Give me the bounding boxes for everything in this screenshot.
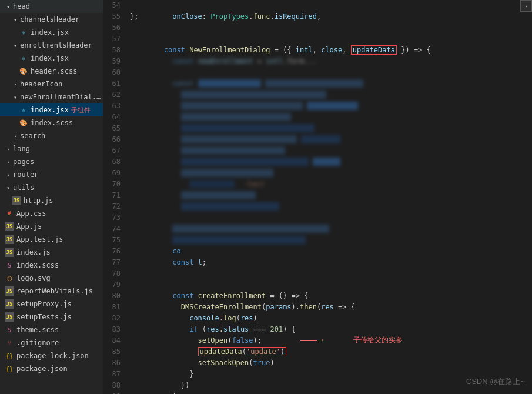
sidebar-item-enrollmentsheader-index[interactable]: ⚛ index.jsx <box>0 52 103 65</box>
sidebar-item-router[interactable]: › router <box>0 168 103 181</box>
chevron-right-icon: › <box>12 132 19 139</box>
code-line-59 <box>130 56 532 67</box>
sidebar-item-setuptests[interactable]: JS setupTests.js <box>0 310 103 323</box>
code-area: › 54 55 56 57 58 59 60 61 62 63 64 65 66… <box>103 0 532 394</box>
sidebar-item-logo-svg[interactable]: ⬡ logo.svg <box>0 272 103 285</box>
code-line-63 <box>130 101 532 112</box>
sidebar-item-utils[interactable]: ▾ utils <box>0 181 103 194</box>
code-line-62 <box>130 89 532 101</box>
js-icon: JS <box>5 248 14 257</box>
code-editor: › 54 55 56 57 58 59 60 61 62 63 64 65 66… <box>103 0 532 394</box>
code-line-76: const l; <box>130 246 532 257</box>
sidebar-item-headericon[interactable]: › headerIcon <box>0 78 103 91</box>
code-line-68 <box>130 156 532 168</box>
js-icon: JS <box>5 222 14 231</box>
code-line-61 <box>130 78 532 89</box>
sidebar-item-package-json[interactable]: {} package.json <box>0 362 103 375</box>
json-icon: {} <box>5 364 14 373</box>
code-line-82: if (res.status === 201) { <box>130 313 532 324</box>
line-numbers: 54 55 56 57 58 59 60 61 62 63 64 65 66 6… <box>103 0 125 394</box>
arrow-right-icon: ——→ <box>300 335 325 346</box>
code-line-86: } <box>130 358 532 369</box>
code-line-73 <box>130 212 532 223</box>
js-icon: JS <box>12 196 21 205</box>
css-icon: # <box>5 209 14 218</box>
code-line-64 <box>130 112 532 123</box>
svg-icon: ⬡ <box>5 273 14 283</box>
code-line-77 <box>130 257 532 268</box>
jsx-icon: ⚛ <box>19 105 28 115</box>
code-line-78 <box>130 268 532 279</box>
scss-icon: S <box>5 261 14 270</box>
sidebar-item-app-test[interactable]: JS App.test.js <box>0 233 103 246</box>
code-line-75: co <box>130 235 532 246</box>
sidebar-item-index-js[interactable]: JS index.js <box>0 246 103 259</box>
watermark: CSDN @在路上~ <box>466 376 525 387</box>
sidebar-item-newenrollment-index[interactable]: ⚛ index.jsx 子组件 <box>0 103 103 116</box>
js-icon: JS <box>5 286 14 296</box>
code-line-69: -lsc) <box>130 168 532 179</box>
scss-icon: 🎨 <box>19 118 28 128</box>
js-icon: JS <box>5 299 14 309</box>
jsx-icon: ⚛ <box>19 54 28 63</box>
sidebar-item-enrollmentsheader-header-scss[interactable]: 🎨 header.scss <box>0 65 103 78</box>
sidebar-item-index-scss[interactable]: S index.scss <box>0 259 103 272</box>
code-line-85: setSnackOpen(true) <box>130 346 532 358</box>
chevron-down-icon: ▾ <box>12 42 19 49</box>
code-line-80: DMSCreateEnrollment(params).then(res => … <box>130 291 532 302</box>
sidebar-item-setupproxy[interactable]: JS setupProxy.js <box>0 298 103 310</box>
chevron-right-icon: › <box>5 158 12 165</box>
code-content[interactable]: onClose: PropTypes.func.isRequired, }; c… <box>125 0 532 394</box>
code-line-84: updateData('update') ——→ 子传给父的实参 <box>130 335 532 346</box>
js-icon: JS <box>5 312 14 322</box>
code-line-71 <box>130 190 532 201</box>
code-line-60: const <box>130 67 532 78</box>
sidebar-item-lang[interactable]: › lang <box>0 142 103 155</box>
code-line-54: onClose: PropTypes.func.isRequired, <box>130 0 532 11</box>
chevron-right-icon: › <box>12 81 19 88</box>
code-line-58: const newEnrollment = intl.form... <box>130 45 532 56</box>
sidebar-item-theme-scss[interactable]: S theme.scss <box>0 323 103 336</box>
chevron-down-icon: ▾ <box>12 94 19 101</box>
chevron-right-icon: › <box>5 171 12 178</box>
chevron-down-icon: ▾ <box>5 3 12 10</box>
jsx-icon: ⚛ <box>19 28 28 37</box>
sidebar-item-channelsheader-index[interactable]: ⚛ index.jsx <box>0 26 103 39</box>
code-line-83: setOpen(false); <box>130 324 532 335</box>
code-line-65 <box>130 123 532 134</box>
scroll-right-button[interactable]: › <box>520 0 532 12</box>
sidebar-item-newenrollmentdial[interactable]: ▾ newEnrollmentDial... <box>0 91 103 103</box>
sidebar-item-enrollmentsheader[interactable]: ▾ enrollmentsHeader <box>0 39 103 52</box>
chevron-down-icon: ▾ <box>5 184 12 191</box>
sidebar-item-channelsheader[interactable]: ▾ channelsHeader <box>0 13 103 26</box>
code-line-67 <box>130 145 532 156</box>
chevron-right-icon: › <box>5 145 12 152</box>
sidebar-item-package-lock[interactable]: {} package-lock.json <box>0 349 103 362</box>
code-line-74 <box>130 223 532 235</box>
scss-icon: 🎨 <box>19 66 28 76</box>
sidebar-item-app-js[interactable]: JS App.js <box>0 220 103 233</box>
chevron-down-icon: ▾ <box>12 16 19 23</box>
code-line-89: const handleClose = () => { <box>130 391 532 394</box>
code-line-57: const NewEnrollmentDialog = ({ intl, clo… <box>130 34 532 45</box>
sidebar-item-search[interactable]: › search <box>0 129 103 142</box>
code-line-55: }; <box>130 11 532 22</box>
code-line-81: console.log(res) <box>130 302 532 313</box>
code-line-72 <box>130 201 532 212</box>
sidebar-item-head[interactable]: ▾ head <box>0 0 103 13</box>
sidebar-item-gitignore[interactable]: ⑂ .gitignore <box>0 336 103 349</box>
sidebar-item-pages[interactable]: › pages <box>0 155 103 168</box>
scss-icon: S <box>5 325 14 335</box>
code-line-79: const createEnrollment = () => { <box>130 279 532 291</box>
code-line-66 <box>130 134 532 145</box>
json-icon: {} <box>5 351 14 360</box>
sidebar-item-app-css[interactable]: # App.css <box>0 207 103 220</box>
sidebar-item-reportwebvitals[interactable]: JS reportWebVitals.js <box>0 285 103 298</box>
code-line-56 <box>130 22 532 34</box>
child-component-badge: 子组件 <box>71 106 91 115</box>
sidebar-item-http-js[interactable]: JS http.js <box>0 194 103 207</box>
sidebar-item-newenrollment-indexscss[interactable]: 🎨 index.scss <box>0 116 103 129</box>
js-icon: JS <box>5 235 14 244</box>
file-explorer[interactable]: ▾ head ▾ channelsHeader ⚛ index.jsx ▾ en… <box>0 0 103 394</box>
code-line-70 <box>130 179 532 190</box>
